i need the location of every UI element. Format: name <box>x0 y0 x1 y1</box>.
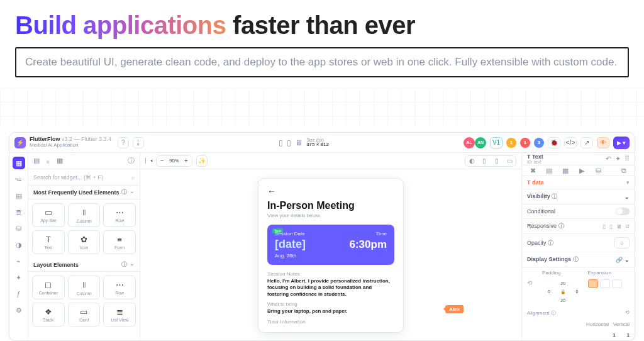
align-reset-icon[interactable]: ⟲ <box>625 310 630 316</box>
search-icon[interactable]: ⌕ <box>131 174 135 181</box>
storage-tab-icon[interactable]: ⛁ <box>13 222 25 235</box>
chevron-down-icon[interactable]: ⌄ <box>625 194 630 200</box>
device-phone-icon[interactable]: ▯ <box>279 138 283 147</box>
avatar[interactable]: AN <box>475 137 486 148</box>
collapse-left-icon[interactable]: ⎸◂ <box>145 157 152 164</box>
device-phone-icon[interactable]: ▯ <box>478 156 491 166</box>
blocks-tab-icon[interactable]: ▦ <box>57 157 63 165</box>
widget-cell[interactable]: ◻Container <box>32 276 65 299</box>
style-tab-icon[interactable]: ✖ <box>527 165 538 176</box>
widget-cell[interactable]: ⦀Column <box>68 203 101 227</box>
undo-icon[interactable]: ↶ <box>606 155 611 163</box>
opacity-value[interactable]: 0 <box>614 237 630 249</box>
canvas-size: 375 × 812 <box>306 142 329 147</box>
canvas[interactable]: ⎸◂ − 90% + ✨ ◐ ▯ ▯ ▭ ← In-Person Meeting <box>140 153 521 340</box>
data-tab-icon[interactable]: ⛁ <box>592 165 604 176</box>
resp-phone-icon[interactable]: ▯ <box>602 223 606 230</box>
functions-tab-icon[interactable]: ƒ <box>13 288 25 300</box>
widget-label: Column <box>76 219 91 223</box>
widget-icon: ◻ <box>45 280 52 289</box>
widget-label: Stack <box>43 318 54 322</box>
zoom-out-button[interactable]: − <box>158 157 167 165</box>
zoom-control[interactable]: − 90% + <box>156 155 192 167</box>
widget-cell[interactable]: ⋯Row <box>103 276 136 299</box>
resp-desktop-icon[interactable]: 🖥 <box>616 223 622 230</box>
layout-tab-icon[interactable]: ▦ <box>560 165 571 176</box>
align-tab-icon[interactable]: ▤ <box>543 165 555 176</box>
settings-tab-icon[interactable]: ⚙ <box>13 304 25 316</box>
chevron-down-icon[interactable]: ⌄ <box>625 257 630 263</box>
link-icon[interactable]: 🔗 <box>616 257 623 263</box>
run-button[interactable]: ▶ ▾ <box>613 137 630 149</box>
collab-cursor: Alex <box>445 305 464 313</box>
expansion-picker[interactable] <box>588 279 630 288</box>
db-tab-icon[interactable]: ≣ <box>13 206 25 218</box>
wand-icon[interactable]: ✦ <box>615 155 621 163</box>
topbar: ⚡ FlutterFlow v3.2 — Flutter 3.3.4 Medic… <box>9 133 635 153</box>
pages-tab-icon[interactable]: ▤ <box>13 189 25 202</box>
widget-cell[interactable]: ≣List View <box>103 303 136 327</box>
version-badge[interactable]: V1 <box>490 137 502 148</box>
components-tab-icon[interactable]: ▤ <box>33 157 40 165</box>
chevron-down-icon[interactable]: ⌄ <box>130 188 135 196</box>
chevron-down-icon[interactable]: ⌄ <box>130 260 135 269</box>
widgets-tab-icon[interactable]: ▦ <box>13 157 25 169</box>
session-date: [date] <box>275 238 306 251</box>
widget-cell[interactable]: ≡Form <box>103 230 136 254</box>
widget-label: List View <box>111 318 128 322</box>
ai-icon[interactable]: ✨ <box>196 155 208 167</box>
widget-label: Card <box>79 318 89 322</box>
device-tablet-icon[interactable]: ▯ <box>287 138 291 147</box>
warn-badge[interactable]: 1 <box>506 138 516 148</box>
more-icon[interactable]: ⠿ <box>625 155 630 163</box>
section-header: Layout Elements <box>33 262 79 268</box>
session-card[interactable]: Text Session DateTime [date]6:30pm Aug. … <box>267 225 394 265</box>
widget-label: Form <box>114 245 125 250</box>
padding-editor[interactable]: 20 0🔒0 20 <box>542 279 584 305</box>
device-tablet-icon[interactable]: ▯ <box>491 156 503 166</box>
theme-tab-icon[interactable]: ◑ <box>13 238 25 251</box>
copy-icon[interactable]: ⧉ <box>618 165 630 176</box>
dark-mode-icon[interactable]: ◐ <box>465 156 478 166</box>
info-badge[interactable]: 3 <box>534 138 544 148</box>
resp-off-icon[interactable]: ⧄ <box>626 223 630 230</box>
bug-icon[interactable]: 🐞 <box>548 137 560 148</box>
device-preview[interactable]: ← In-Person Meeting View your details be… <box>258 178 404 333</box>
app-logo-icon: ⚡ <box>14 137 26 148</box>
widget-cell[interactable]: ❖Stack <box>32 303 65 327</box>
device-card-icon[interactable]: ▭ <box>503 156 516 166</box>
actions-tab-icon[interactable]: ▶ <box>576 165 587 176</box>
zoom-in-button[interactable]: + <box>182 157 191 165</box>
info-icon[interactable]: ⓘ <box>121 188 127 196</box>
widget-cell[interactable]: TText <box>32 230 65 254</box>
assets-tab-icon[interactable]: ✦ <box>13 271 25 284</box>
templates-tab-icon[interactable]: ⬨ <box>46 157 50 165</box>
info-icon[interactable]: ⓘ <box>128 156 135 165</box>
tree-tab-icon[interactable]: ≔ <box>13 173 25 186</box>
page-title: In-Person Meeting <box>267 200 394 211</box>
widget-cell[interactable]: ▭App Bar <box>32 203 65 227</box>
selected-widget-type: T Text <box>527 154 543 160</box>
prop-name[interactable]: T data <box>527 179 544 186</box>
conditional-toggle[interactable] <box>616 208 630 215</box>
preview-icon[interactable]: 👁 <box>597 137 609 148</box>
avatar[interactable]: AL <box>464 137 475 148</box>
widget-cell[interactable]: ⦀Column <box>68 276 101 299</box>
widget-cell[interactable]: ✿Icon <box>68 230 101 254</box>
share-icon[interactable]: ↗ <box>580 137 593 148</box>
code-icon[interactable]: </> <box>564 137 577 148</box>
widget-cell[interactable]: ▭Card <box>68 303 101 327</box>
device-desktop-icon[interactable]: 🖥 <box>295 138 303 147</box>
widget-cell[interactable]: ⋯Row <box>103 203 136 227</box>
padding-reset-icon[interactable]: ⟲ <box>527 279 538 286</box>
download-icon[interactable]: ⭳ <box>133 137 144 148</box>
resp-tablet-icon[interactable]: ▯ <box>609 223 613 230</box>
help-icon[interactable]: ? <box>118 137 129 148</box>
search-input[interactable]: Search for widget... (⌘ + F) <box>33 174 103 181</box>
back-icon[interactable]: ← <box>267 186 394 196</box>
selected-widget-id: ID: text <box>527 160 543 164</box>
info-icon[interactable]: ⓘ <box>121 260 127 269</box>
widget-icon: T <box>46 235 51 244</box>
api-tab-icon[interactable]: ⌁ <box>13 255 25 267</box>
error-badge[interactable]: 1 <box>520 138 530 148</box>
